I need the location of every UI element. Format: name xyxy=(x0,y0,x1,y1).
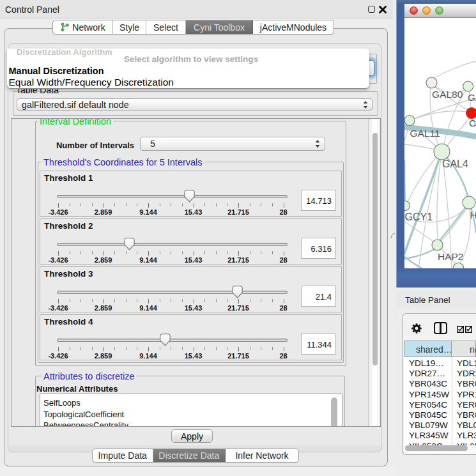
svg-text:CY: CY xyxy=(469,118,476,128)
svg-text:GAL11: GAL11 xyxy=(410,128,440,139)
svg-text:GAL80: GAL80 xyxy=(432,89,463,100)
svg-text:GCY1: GCY1 xyxy=(405,211,433,222)
svg-text:HAP2: HAP2 xyxy=(438,251,464,262)
svg-text:GA: GA xyxy=(468,92,476,103)
svg-text:HI: HI xyxy=(470,210,476,220)
svg-text:GAL4: GAL4 xyxy=(442,158,468,169)
